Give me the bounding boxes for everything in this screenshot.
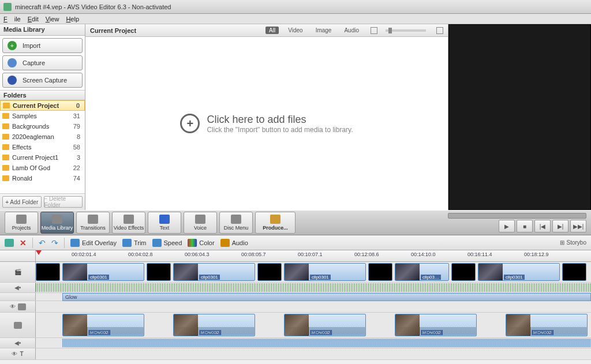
filter-all[interactable]: All — [265, 27, 279, 34]
folder-row[interactable]: Backgrounds79 — [0, 121, 85, 132]
play-button[interactable]: ▶ — [499, 220, 515, 232]
time-tick: 00:02:01.4 — [72, 252, 96, 257]
trim-button[interactable]: Trim — [122, 239, 147, 247]
folder-icon — [2, 155, 9, 160]
delete-button[interactable]: ✕ — [20, 238, 27, 247]
transitions-button[interactable]: Transitions — [76, 212, 110, 234]
folder-list: Current Project0Samples31Backgrounds7920… — [0, 100, 85, 193]
video-clip[interactable]: clip0301 — [478, 263, 560, 281]
time-tick: 00:12:08.6 — [354, 252, 379, 257]
zoom-slider[interactable] — [386, 29, 426, 32]
video-clip[interactable] — [368, 263, 392, 281]
text-icon — [159, 215, 170, 224]
overlay-clip[interactable]: MOV002 — [62, 314, 144, 336]
library-icon — [52, 215, 62, 224]
clip-thumbnail — [285, 264, 309, 280]
time-tick: 00:16:11.4 — [467, 252, 492, 257]
overlay-clip[interactable]: MOV002 — [173, 314, 255, 336]
preview-screen — [448, 24, 591, 210]
color-button[interactable]: Color — [188, 239, 214, 247]
playhead-icon[interactable] — [36, 250, 42, 255]
zoom-small-icon[interactable] — [371, 27, 377, 34]
video-track: 🎬 clip0301clip0301clip0301clip03…clip030… — [0, 262, 591, 283]
video-clip[interactable]: clip0301 — [284, 263, 366, 281]
media-library-button[interactable]: Media Library — [40, 212, 74, 234]
add-files-area[interactable]: + Click here to add files Click the "Imp… — [85, 37, 448, 210]
video-clip[interactable]: clip03… — [395, 263, 449, 281]
filter-image[interactable]: Image — [312, 27, 335, 34]
folder-row[interactable]: Samples31 — [0, 111, 85, 121]
folder-row[interactable]: Lamb Of God22 — [0, 163, 85, 173]
video-clip[interactable] — [562, 263, 586, 281]
add-folder-button[interactable]: + Add Folder — [2, 196, 42, 208]
menu-file[interactable]: File — [3, 16, 21, 22]
speed-button[interactable]: Speed — [152, 239, 182, 247]
clip-thumbnail — [174, 264, 198, 280]
window-title: minecraft #4.vep - AVS Video Editor 6.3 … — [15, 3, 171, 10]
text-track: 👁T — [0, 348, 591, 360]
video-effects-button[interactable]: Video Effects — [112, 212, 145, 234]
playback-controls: ▶ ■ |◀ ▶| ▶▶| — [448, 213, 586, 232]
menu-bar: File Edit View Help — [0, 14, 591, 24]
folder-row[interactable]: Current Project13 — [0, 152, 85, 163]
filter-audio[interactable]: Audio — [341, 27, 362, 34]
zoom-large-icon[interactable] — [436, 27, 443, 34]
video-clip[interactable]: clip0301 — [62, 263, 144, 281]
video-clip[interactable] — [257, 263, 282, 281]
overlay-clip[interactable]: MOV002 — [395, 314, 477, 336]
overlay-clip[interactable]: MOV002 — [506, 314, 588, 336]
folder-row[interactable]: Current Project0 — [0, 100, 85, 111]
timeline-ruler[interactable]: 00:02:01.400:04:02.800:06:04.300:08:05.7… — [0, 250, 591, 262]
waveform[interactable] — [36, 283, 591, 292]
produce-button[interactable]: Produce... — [255, 212, 296, 234]
folder-row[interactable]: Ronald74 — [0, 173, 85, 183]
folder-icon — [2, 123, 9, 129]
text-button[interactable]: Text — [148, 212, 181, 234]
undo-button[interactable]: ↶ — [39, 238, 46, 247]
voice-button[interactable]: Voice — [184, 212, 217, 234]
projects-icon — [16, 215, 27, 224]
screen-capture-button[interactable]: Screen Capture — [2, 73, 83, 88]
video-clip[interactable] — [451, 263, 476, 281]
effect-clip[interactable]: Glow — [62, 293, 591, 301]
prev-frame-button[interactable]: |◀ — [534, 220, 551, 232]
playback-track[interactable] — [448, 213, 586, 219]
redo-button[interactable]: ↷ — [51, 238, 58, 247]
audio-button[interactable]: Audio — [220, 239, 248, 247]
menu-help[interactable]: Help — [66, 16, 79, 22]
clip-thumbnail — [147, 264, 171, 280]
end-button[interactable]: ▶▶| — [570, 220, 586, 232]
eye-track: 👁 — [0, 301, 591, 313]
eye-icon[interactable]: 👁 — [10, 303, 16, 310]
waveform[interactable] — [62, 339, 591, 347]
delete-folder-button[interactable]: − Delete Folder — [44, 196, 83, 208]
clip-thumbnail — [258, 264, 282, 280]
camera-icon — [8, 58, 17, 67]
edit-overlay-button[interactable]: Edit Overlay — [70, 239, 117, 247]
speaker-icon: ◀• — [14, 340, 21, 346]
disc-menu-button[interactable]: Disc Menu — [219, 212, 253, 234]
next-frame-button[interactable]: ▶| — [552, 220, 568, 232]
import-button[interactable]: + Import — [2, 38, 83, 53]
capture-button[interactable]: Capture — [2, 55, 83, 70]
stop-button[interactable]: ■ — [517, 220, 533, 232]
projects-button[interactable]: Projects — [5, 212, 38, 234]
time-tick: 00:10:07.1 — [298, 252, 323, 257]
split-button[interactable] — [5, 239, 14, 247]
clip-waveform — [506, 327, 587, 335]
folder-row[interactable]: 2020eagleman8 — [0, 132, 85, 142]
video-clip[interactable] — [36, 263, 60, 281]
overlay-clip[interactable]: MOV002 — [284, 314, 366, 336]
video-clip[interactable] — [147, 263, 171, 281]
menu-view[interactable]: View — [46, 16, 59, 22]
video-clip[interactable]: clip0301 — [173, 263, 255, 281]
menu-edit[interactable]: Edit — [28, 16, 39, 22]
storyboard-toggle[interactable]: ⊞Storybo — [560, 239, 586, 246]
clip-thumbnail — [369, 264, 392, 280]
filter-video[interactable]: Video — [285, 27, 306, 34]
eye-icon[interactable]: 👁 — [12, 351, 17, 357]
clip-thumbnail — [452, 264, 476, 280]
folder-icon — [2, 144, 9, 150]
clip-waveform — [63, 327, 144, 335]
folder-row[interactable]: Effects58 — [0, 142, 85, 152]
